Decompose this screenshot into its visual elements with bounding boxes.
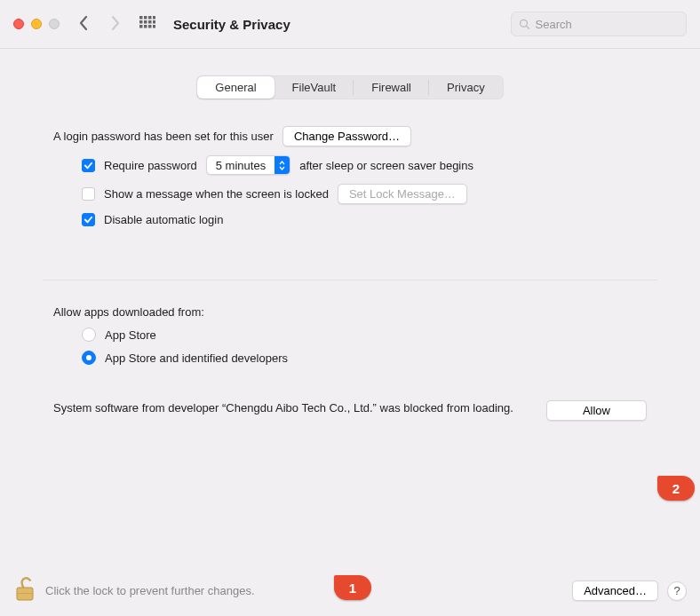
annotation-marker-2: 2 (657, 476, 695, 501)
radio-identified-developers[interactable] (82, 351, 96, 365)
set-lock-message-button: Set Lock Message… (338, 184, 467, 204)
svg-line-13 (527, 26, 529, 28)
lock-icon[interactable] (13, 576, 36, 605)
forward-button (109, 14, 122, 35)
show-all-icon[interactable] (139, 16, 155, 32)
tab-filevault[interactable]: FileVault (274, 76, 354, 99)
check-icon (84, 215, 93, 225)
svg-rect-4 (139, 20, 143, 24)
annotation-marker-1: 1 (334, 575, 371, 600)
window-traffic-lights[interactable] (13, 19, 60, 29)
svg-rect-8 (139, 25, 143, 28)
svg-rect-6 (148, 20, 152, 24)
select-arrows-icon (274, 156, 290, 174)
svg-rect-0 (139, 16, 143, 20)
tab-general[interactable]: General (197, 76, 274, 99)
help-button[interactable]: ? (667, 581, 687, 601)
search-field[interactable] (511, 12, 687, 36)
close-window[interactable] (13, 19, 24, 29)
svg-rect-10 (148, 25, 152, 28)
search-icon (519, 18, 530, 30)
tab-firewall[interactable]: Firewall (354, 76, 429, 99)
blocked-software-text: System software from developer “Chengdu … (53, 400, 529, 416)
require-password-after-text: after sleep or screen saver begins (299, 159, 473, 172)
svg-point-12 (521, 20, 528, 27)
require-password-checkbox[interactable] (82, 159, 95, 172)
minimize-window[interactable] (31, 19, 42, 29)
svg-rect-9 (144, 25, 147, 28)
search-input[interactable] (536, 18, 679, 31)
change-password-button[interactable]: Change Password… (282, 126, 411, 146)
back-button[interactable] (77, 14, 90, 35)
allow-button[interactable]: Allow (546, 400, 647, 421)
require-password-label: Require password (104, 159, 197, 172)
svg-rect-15 (17, 593, 33, 594)
zoom-window (49, 19, 60, 29)
radio-app-store[interactable] (82, 328, 96, 342)
svg-rect-7 (153, 20, 155, 24)
svg-rect-1 (144, 16, 147, 20)
svg-rect-5 (144, 20, 147, 24)
show-message-checkbox[interactable] (82, 187, 95, 201)
show-message-label: Show a message when the screen is locked (104, 187, 329, 201)
select-value: 5 minutes (207, 159, 274, 172)
tab-bar: General FileVault Firewall Privacy (196, 75, 503, 99)
window-title: Security & Privacy (173, 17, 511, 32)
disable-auto-login-label: Disable automatic login (104, 213, 223, 226)
check-icon (84, 161, 93, 170)
disable-auto-login-checkbox[interactable] (82, 213, 95, 226)
divider (43, 280, 657, 280)
advanced-button[interactable]: Advanced… (572, 580, 658, 601)
require-password-delay-select[interactable]: 5 minutes (206, 155, 290, 175)
login-password-text: A login password has been set for this u… (53, 130, 274, 143)
svg-rect-3 (153, 16, 155, 20)
svg-rect-11 (153, 25, 155, 28)
tab-privacy[interactable]: Privacy (429, 76, 503, 99)
svg-rect-2 (148, 16, 152, 20)
lock-help-text: Click the lock to prevent further change… (45, 584, 563, 597)
radio-identified-label: App Store and identified developers (105, 351, 288, 365)
allow-apps-label: Allow apps downloaded from: (53, 305, 204, 319)
radio-app-store-label: App Store (105, 328, 156, 342)
